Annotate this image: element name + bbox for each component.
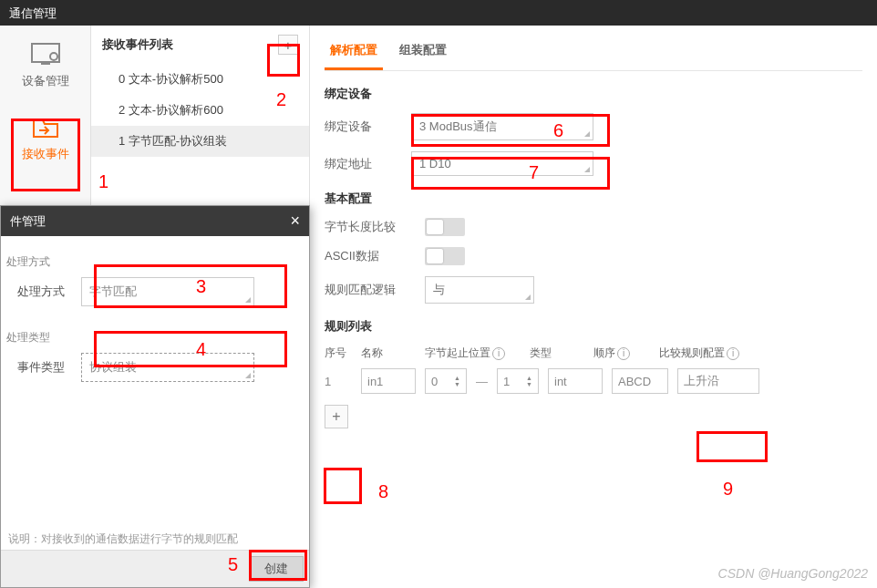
row-byte-length: 字节长度比较 (325, 218, 862, 236)
list-item[interactable]: 1 字节匹配-协议组装 (91, 126, 309, 157)
row-process-mode: 处理方式 字节匹配 (17, 277, 293, 306)
modal-footer: 创建 (1, 550, 309, 587)
info-icon: i (617, 347, 630, 360)
tabs: 解析配置 组装配置 (325, 26, 862, 71)
group-process-type: 处理类型 (6, 330, 293, 346)
col-range: 字节起止位置i (425, 346, 521, 361)
col-type: 类型 (530, 346, 584, 361)
nav-receive-label: 接收事件 (22, 147, 69, 160)
modal-hint: 说明：对接收到的通信数据进行字节的规则匹配 (8, 531, 238, 547)
select-bind-address[interactable]: 1 D10 (411, 151, 593, 176)
rule-table: 序号 名称 字节起止位置i 类型 顺序i 比较规则配置i 1 in1 0▲▼ —… (325, 346, 862, 428)
section-basic-config: 基本配置 (325, 191, 862, 207)
col-index: 序号 (325, 346, 352, 361)
select-event-type[interactable]: 协议组装 (81, 353, 254, 382)
monitor-icon (30, 42, 61, 67)
svg-point-1 (50, 53, 57, 60)
list-item[interactable]: 0 文本-协议解析500 (91, 64, 309, 95)
cell-index: 1 (325, 375, 352, 388)
cell-order[interactable]: ABCD (612, 368, 668, 394)
row-bind-device: 绑定设备 3 ModBus通信 (325, 113, 862, 140)
rule-header: 序号 名称 字节起止位置i 类型 顺序i 比较规则配置i (325, 346, 862, 361)
cell-end[interactable]: 1▲▼ (497, 368, 539, 394)
cell-type[interactable]: int (548, 368, 603, 394)
label-logic: 规则匹配逻辑 (325, 282, 425, 298)
select-bind-device[interactable]: 3 ModBus通信 (411, 113, 593, 140)
title-bar: 通信管理 (0, 0, 877, 26)
watermark: CSDN @HuangGong2022 (718, 566, 868, 581)
tab-assemble[interactable]: 组装配置 (394, 35, 452, 70)
modal-header: 件管理 × (1, 206, 309, 236)
section-bind-device: 绑定设备 (325, 86, 862, 102)
info-icon: i (492, 347, 505, 360)
event-list-header: 接收事件列表 + (91, 26, 309, 64)
label-ascii: ASCII数据 (325, 248, 425, 264)
close-icon[interactable]: × (290, 211, 300, 231)
list-item[interactable]: 2 文本-协议解析600 (91, 95, 309, 126)
col-name: 名称 (361, 346, 416, 361)
add-rule-button[interactable]: + (325, 405, 348, 428)
dash: — (476, 375, 488, 388)
event-list-title: 接收事件列表 (102, 36, 173, 53)
cell-compare[interactable]: 上升沿 (677, 368, 759, 394)
cell-name[interactable]: in1 (361, 368, 416, 394)
spinner-icon[interactable]: ▲▼ (526, 375, 532, 387)
info-icon: i (727, 347, 739, 360)
event-manage-modal: 件管理 × 处理方式 处理方式 字节匹配 处理类型 事件类型 协议组装 说明：对… (0, 205, 310, 588)
row-event-type: 事件类型 协议组装 (17, 353, 293, 382)
nav-device-label: 设备管理 (22, 74, 69, 88)
group-process-mode: 处理方式 (6, 254, 293, 270)
table-row: 1 in1 0▲▼ — 1▲▼ int ABCD 上升沿 (325, 368, 862, 394)
select-process-mode[interactable]: 字节匹配 (81, 277, 254, 306)
config-panel: 解析配置 组装配置 绑定设备 绑定设备 3 ModBus通信 绑定地址 1 D1… (310, 26, 877, 588)
label-bind-device: 绑定设备 (325, 119, 411, 135)
tab-parse[interactable]: 解析配置 (325, 35, 383, 70)
svg-rect-2 (41, 62, 50, 65)
add-event-button[interactable]: + (278, 35, 298, 55)
nav-receive-event[interactable]: 接收事件 (0, 98, 90, 171)
switch-ascii[interactable] (425, 247, 465, 265)
modal-title: 件管理 (10, 213, 46, 230)
row-ascii: ASCII数据 (325, 247, 862, 265)
select-logic[interactable]: 与 (425, 276, 534, 304)
switch-byte-length[interactable] (425, 218, 465, 236)
section-rule-list: 规则列表 (325, 318, 862, 335)
folder-arrow-icon (30, 115, 61, 140)
cell-start[interactable]: 0▲▼ (425, 368, 467, 394)
label-event-type: 事件类型 (17, 359, 81, 376)
row-logic: 规则匹配逻辑 与 (325, 276, 862, 304)
col-order: 顺序i (593, 346, 650, 361)
create-button[interactable]: 创建 (249, 556, 304, 582)
label-bind-address: 绑定地址 (325, 156, 411, 172)
nav-device-mgmt[interactable]: 设备管理 (0, 26, 90, 98)
col-compare: 比较规则配置i (659, 346, 741, 361)
spinner-icon[interactable]: ▲▼ (454, 375, 460, 387)
modal-body: 处理方式 处理方式 字节匹配 处理类型 事件类型 协议组装 (1, 236, 309, 398)
label-process-mode: 处理方式 (17, 284, 81, 300)
row-bind-address: 绑定地址 1 D10 (325, 151, 862, 176)
label-byte-length: 字节长度比较 (325, 219, 425, 235)
